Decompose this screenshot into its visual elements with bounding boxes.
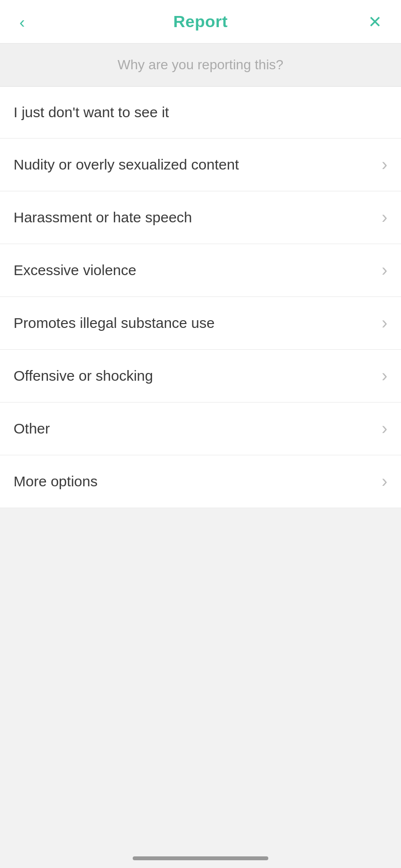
option-label: Harassment or hate speech	[14, 209, 192, 226]
subtitle-bar: Why are you reporting this?	[0, 44, 401, 87]
option-offensive[interactable]: Offensive or shocking	[0, 350, 401, 403]
close-button[interactable]: ✕	[364, 8, 386, 35]
page-title: Report	[173, 12, 228, 31]
option-illegal-substance[interactable]: Promotes illegal substance use	[0, 297, 401, 350]
option-label: Offensive or shocking	[14, 368, 153, 384]
option-violence[interactable]: Excessive violence	[0, 244, 401, 297]
chevron-icon	[382, 156, 387, 173]
options-list: I just don't want to see it Nudity or ov…	[0, 87, 401, 508]
option-label: Promotes illegal substance use	[14, 315, 215, 331]
back-button[interactable]: ‹	[15, 8, 29, 35]
home-indicator	[133, 856, 268, 860]
bottom-area	[0, 508, 401, 868]
chevron-icon	[382, 473, 387, 490]
chevron-icon	[382, 420, 387, 437]
option-other[interactable]: Other	[0, 403, 401, 455]
option-no-see[interactable]: I just don't want to see it	[0, 87, 401, 139]
option-label: Nudity or overly sexualized content	[14, 156, 239, 173]
subtitle-text: Why are you reporting this?	[118, 57, 283, 72]
chevron-icon	[382, 314, 387, 332]
option-label: I just don't want to see it	[14, 104, 169, 121]
chevron-icon	[382, 209, 387, 226]
chevron-icon	[382, 367, 387, 385]
option-more-options[interactable]: More options	[0, 455, 401, 508]
option-harassment[interactable]: Harassment or hate speech	[0, 191, 401, 244]
option-nudity[interactable]: Nudity or overly sexualized content	[0, 139, 401, 191]
option-label: Other	[14, 420, 50, 437]
option-label: More options	[14, 473, 97, 490]
header: ‹ Report ✕	[0, 0, 401, 44]
chevron-icon	[382, 262, 387, 279]
option-label: Excessive violence	[14, 262, 136, 279]
